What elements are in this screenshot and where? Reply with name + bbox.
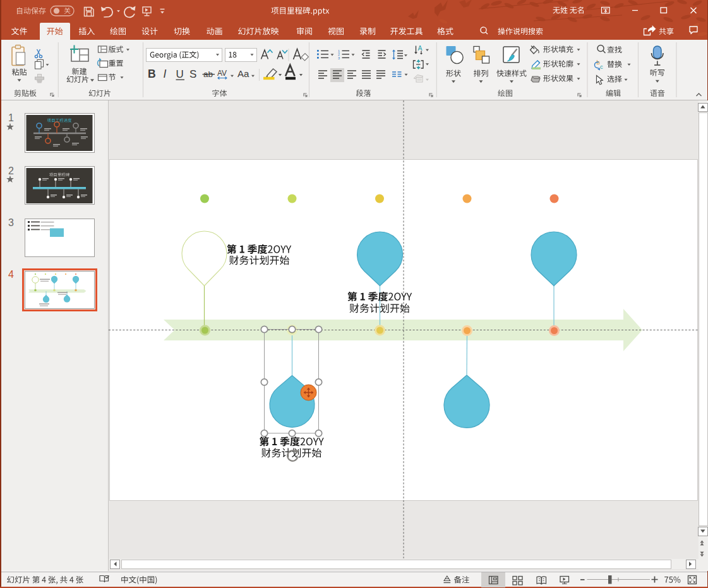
- svg-text:1: 1: [8, 112, 14, 123]
- svg-text:c: c: [600, 63, 603, 70]
- svg-text:I: I: [164, 68, 167, 80]
- svg-text:AV: AV: [217, 69, 227, 78]
- svg-text:U: U: [176, 68, 184, 80]
- svg-text:2: 2: [8, 165, 14, 176]
- svg-text:B: B: [148, 68, 156, 80]
- svg-text:4: 4: [8, 269, 14, 280]
- svg-text:3: 3: [8, 217, 14, 228]
- svg-text:S: S: [189, 68, 196, 80]
- svg-text:A: A: [418, 44, 423, 52]
- svg-text:Aa: Aa: [237, 68, 249, 79]
- svg-text:3: 3: [338, 56, 340, 60]
